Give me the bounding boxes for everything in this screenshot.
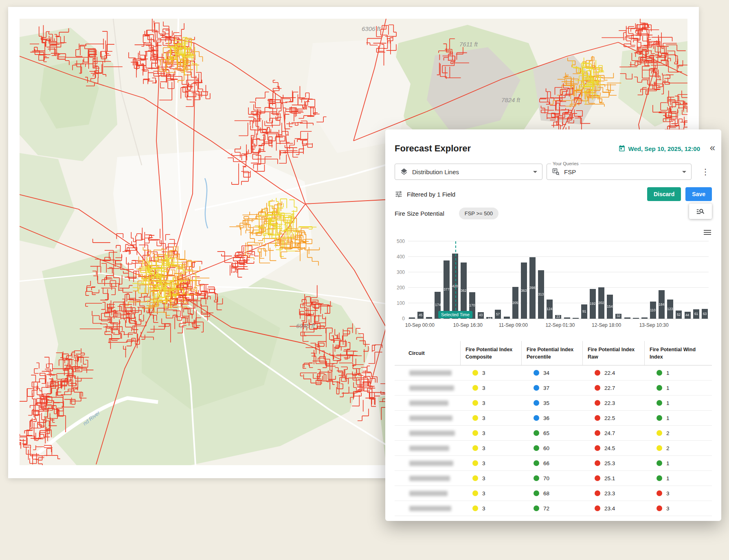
table-row[interactable]: 33622.51 xyxy=(395,411,712,426)
chart-bar[interactable]: 363 xyxy=(521,262,527,319)
more-options-icon[interactable]: ⋮ xyxy=(699,168,712,176)
chart-bar[interactable]: 377 xyxy=(444,260,450,319)
query-select[interactable]: Your Queries FSP xyxy=(547,164,692,180)
chart-bar[interactable]: 91 xyxy=(581,304,587,319)
layer-select[interactable]: Distribution Lines xyxy=(395,164,542,180)
wind-status-dot xyxy=(657,445,662,451)
x-tick-label: 12-Sep 01:30 xyxy=(545,322,575,328)
table-row[interactable]: 37223.43 xyxy=(395,501,712,516)
percentile-status-dot xyxy=(534,505,539,511)
composite-value: 3 xyxy=(482,460,485,466)
wind-status-dot xyxy=(657,430,662,436)
table-row[interactable]: 37025.11 xyxy=(395,471,712,486)
raw-value: 22.5 xyxy=(604,415,615,421)
chart-bar[interactable] xyxy=(426,317,432,319)
chart-bar[interactable]: 362 xyxy=(461,262,467,319)
chart-bar[interactable]: 11 xyxy=(486,317,492,319)
chart-bar[interactable]: 63 xyxy=(702,309,708,319)
table-row[interactable]: 33522.31 xyxy=(395,396,712,411)
chart-bar[interactable]: 154 xyxy=(607,295,613,319)
x-tick-label: 12-Sep 18:00 xyxy=(592,322,621,328)
percentile-value: 35 xyxy=(543,400,549,406)
raw-value: 23.4 xyxy=(604,505,615,512)
wind-value: 2 xyxy=(666,445,670,451)
chart-bar[interactable]: 313 xyxy=(538,270,544,319)
wind-status-dot xyxy=(657,400,662,406)
chart-bar[interactable]: 110 xyxy=(650,302,656,319)
chart-bar[interactable] xyxy=(504,317,510,319)
chart-bar[interactable] xyxy=(564,317,570,319)
raw-status-dot xyxy=(595,490,600,496)
y-tick-label: 0 xyxy=(391,316,405,322)
save-button[interactable]: Save xyxy=(685,187,712,201)
raw-value: 22.4 xyxy=(604,370,615,376)
chart-bar[interactable] xyxy=(633,318,639,319)
wind-value: 1 xyxy=(666,370,670,376)
map-search-button[interactable] xyxy=(689,203,712,219)
raw-value: 22.7 xyxy=(604,385,615,391)
composite-status-dot xyxy=(472,445,478,451)
wind-status-dot xyxy=(657,385,662,391)
filter-chip[interactable]: FSP >= 500 xyxy=(459,208,498,219)
chart-bar[interactable] xyxy=(624,317,630,319)
chart-bar[interactable]: 52 xyxy=(676,311,682,319)
chart-bar[interactable]: 57 xyxy=(495,310,501,319)
chart-bar[interactable]: 43 xyxy=(478,312,484,319)
composite-value: 3 xyxy=(482,400,485,406)
percentile-status-dot xyxy=(534,415,539,421)
chart-bar[interactable]: 192 xyxy=(590,289,596,319)
column-header-fp-wind-index: Fire Potential WindIndex xyxy=(644,341,712,365)
y-tick-label: 300 xyxy=(391,269,405,275)
selected-time-badge[interactable]: Selected Time xyxy=(438,311,472,318)
chart-bar[interactable]: 123 xyxy=(667,300,673,319)
composite-status-dot xyxy=(472,490,478,496)
wind-status-dot xyxy=(657,475,662,481)
query-select-value: FSP xyxy=(564,168,576,175)
page-title: Forecast Explorer xyxy=(395,143,471,154)
chart-bar[interactable] xyxy=(573,318,579,319)
x-tick-label: 11-Sep 09:00 xyxy=(499,322,528,328)
composite-value: 3 xyxy=(482,415,485,421)
chart-bar[interactable]: 124 xyxy=(547,300,553,319)
chart-bar[interactable]: 398 xyxy=(529,257,536,319)
selected-time-line[interactable] xyxy=(455,241,456,319)
collapse-panel-icon[interactable]: « xyxy=(710,142,715,153)
chart-bar[interactable]: 32 xyxy=(615,314,621,319)
composite-status-dot xyxy=(472,460,478,466)
table-row[interactable]: 36625.31 xyxy=(395,456,712,471)
raw-status-dot xyxy=(595,385,600,391)
percentile-status-dot xyxy=(534,475,539,481)
chart-bar[interactable]: 205 xyxy=(512,287,518,319)
percentile-status-dot xyxy=(534,370,539,376)
chart-bar[interactable] xyxy=(409,317,415,319)
raw-status-dot xyxy=(595,475,600,481)
percentile-value: 72 xyxy=(543,505,549,512)
chart-bar[interactable]: 202 xyxy=(598,287,604,319)
table-row[interactable]: 33422.41 xyxy=(395,365,712,381)
calendar-icon xyxy=(618,145,626,152)
composite-status-dot xyxy=(472,505,478,511)
circuit-name-redacted xyxy=(409,506,451,511)
wind-value: 1 xyxy=(666,415,670,421)
discard-button[interactable]: Discard xyxy=(647,187,681,201)
datetime-display[interactable]: Wed, Sep 10, 2025, 12:00 xyxy=(618,145,700,152)
chart-bar[interactable]: 23 xyxy=(555,315,561,319)
elevation-label: 6306 ft xyxy=(362,25,381,32)
table-header: Circuit Fire Potential IndexComposite Fi… xyxy=(395,341,712,365)
circuit-name-redacted xyxy=(409,370,452,376)
wind-status-dot xyxy=(657,505,662,511)
table-row[interactable]: 36823.33 xyxy=(395,486,712,501)
chart-bar[interactable] xyxy=(641,317,648,319)
chart-bar[interactable]: 61 xyxy=(693,309,699,319)
table-row[interactable]: 36524.72 xyxy=(395,426,712,441)
x-tick-label: 13-Sep 10:30 xyxy=(639,322,669,328)
chart-bars: 4517437742036217043115720536339831312423… xyxy=(408,241,709,319)
chart-bar[interactable]: 45 xyxy=(417,312,424,319)
raw-value: 25.3 xyxy=(604,460,615,466)
circuit-name-redacted xyxy=(409,461,453,466)
table-row[interactable]: 36024.52 xyxy=(395,441,712,456)
chart-bar[interactable]: 184 xyxy=(659,290,665,319)
chart-menu-icon[interactable] xyxy=(704,229,711,236)
table-row[interactable]: 33722.71 xyxy=(395,381,712,396)
chart-bar[interactable]: 44 xyxy=(685,312,691,319)
